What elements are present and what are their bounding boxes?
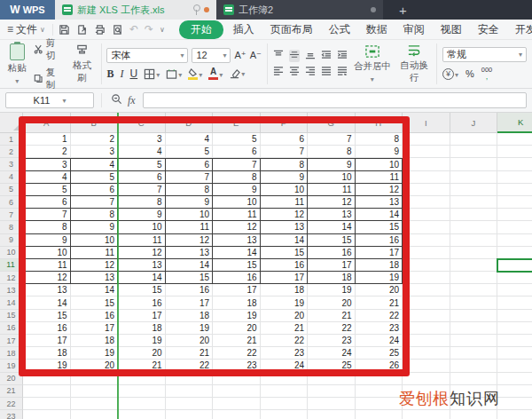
cell-I13[interactable] bbox=[403, 284, 450, 296]
name-box[interactable]: K11 ▾ bbox=[5, 92, 94, 108]
cell-B23[interactable] bbox=[71, 410, 119, 419]
font-name-select[interactable]: 宋体 ▾ bbox=[106, 48, 188, 63]
align-right-button[interactable] bbox=[305, 66, 316, 78]
cell-H21[interactable] bbox=[356, 385, 403, 398]
underline-button[interactable]: U bbox=[129, 67, 137, 80]
clear-format-button[interactable]: ▾ bbox=[229, 68, 245, 79]
cell-K5[interactable] bbox=[497, 184, 532, 196]
document-tab-1[interactable]: 新建 XLS 工作表.xls bbox=[55, 0, 216, 20]
cell-K6[interactable] bbox=[497, 196, 532, 209]
justify-button[interactable] bbox=[321, 66, 332, 78]
align-left-button[interactable] bbox=[273, 66, 284, 78]
borders-button[interactable]: ▾ bbox=[144, 68, 160, 80]
zoom-search-icon[interactable] bbox=[111, 93, 122, 107]
menu-tab-公式[interactable]: 公式 bbox=[323, 20, 356, 39]
cell-K13[interactable] bbox=[497, 284, 532, 296]
cell-G23[interactable] bbox=[308, 410, 356, 419]
cell-I1[interactable] bbox=[403, 133, 450, 146]
new-tab-button[interactable]: + bbox=[390, 0, 416, 20]
cell-I6[interactable] bbox=[403, 196, 450, 209]
cell-A23[interactable] bbox=[23, 410, 71, 419]
cell-F21[interactable] bbox=[261, 385, 309, 398]
cell-J6[interactable] bbox=[450, 196, 498, 209]
cell-H22[interactable] bbox=[356, 398, 403, 410]
cell-J10[interactable] bbox=[450, 247, 498, 259]
font-color-button[interactable]: A▾ bbox=[208, 67, 223, 80]
cell-J20[interactable] bbox=[450, 373, 498, 385]
row-header-22[interactable]: 22 bbox=[0, 398, 23, 410]
cell-K9[interactable] bbox=[497, 234, 532, 247]
cell-K17[interactable] bbox=[497, 335, 532, 347]
cell-K7[interactable] bbox=[497, 209, 532, 221]
cell-K1[interactable] bbox=[497, 133, 532, 146]
cell-I10[interactable] bbox=[403, 247, 450, 259]
cell-J12[interactable] bbox=[450, 272, 498, 284]
percent-button[interactable]: % bbox=[466, 68, 474, 79]
print-preview-button[interactable] bbox=[112, 24, 123, 36]
print-button[interactable] bbox=[94, 24, 106, 36]
cell-A21[interactable] bbox=[23, 385, 71, 398]
cell-G21[interactable] bbox=[308, 385, 356, 398]
undo-button[interactable]: ↶ bbox=[129, 24, 138, 35]
align-bottom-button[interactable] bbox=[305, 50, 316, 62]
cell-J11[interactable] bbox=[450, 259, 498, 272]
cut-button[interactable]: 剪切 bbox=[34, 37, 63, 62]
menu-tab-审阅[interactable]: 审阅 bbox=[397, 20, 431, 39]
cell-J2[interactable] bbox=[450, 146, 498, 158]
cell-I9[interactable] bbox=[403, 234, 450, 247]
cell-I18[interactable] bbox=[403, 347, 450, 360]
align-middle-button[interactable] bbox=[289, 50, 300, 62]
cell-K22[interactable] bbox=[497, 398, 532, 410]
cell-I4[interactable] bbox=[403, 171, 450, 184]
file-menu-button[interactable]: ≡ 文件 ∨ bbox=[5, 22, 47, 37]
column-header-I[interactable]: I bbox=[403, 113, 450, 133]
customize-toolbar-icon[interactable]: ∨ bbox=[160, 26, 165, 34]
cell-K23[interactable] bbox=[497, 410, 532, 419]
cell-D22[interactable] bbox=[166, 398, 214, 410]
cell-J8[interactable] bbox=[450, 221, 498, 233]
formula-input[interactable] bbox=[143, 92, 527, 108]
cell-B21[interactable] bbox=[71, 385, 119, 398]
cell-J19[interactable] bbox=[450, 360, 498, 372]
cell-F22[interactable] bbox=[261, 398, 309, 410]
cell-G22[interactable] bbox=[308, 398, 356, 410]
cell-I7[interactable] bbox=[403, 209, 450, 221]
increase-indent-button[interactable] bbox=[337, 50, 348, 62]
cell-C21[interactable] bbox=[118, 385, 166, 398]
cell-I20[interactable] bbox=[403, 373, 450, 385]
cell-I14[interactable] bbox=[403, 296, 450, 309]
column-header-K[interactable]: K bbox=[497, 113, 532, 133]
cell-J15[interactable] bbox=[450, 310, 498, 322]
format-painter-button[interactable]: 格式刷 bbox=[69, 43, 96, 85]
cell-I2[interactable] bbox=[403, 146, 450, 158]
cell-K19[interactable] bbox=[497, 360, 532, 372]
cell-J1[interactable] bbox=[450, 133, 498, 146]
cell-I19[interactable] bbox=[403, 360, 450, 372]
wps-logo[interactable]: W WPS bbox=[0, 0, 55, 20]
cell-K15[interactable] bbox=[497, 310, 532, 322]
menu-tab-数据[interactable]: 数据 bbox=[360, 20, 394, 39]
cell-D21[interactable] bbox=[166, 385, 214, 398]
row-header-23[interactable]: 23 bbox=[0, 410, 23, 419]
cell-E22[interactable] bbox=[213, 398, 261, 410]
cell-K8[interactable] bbox=[497, 221, 532, 233]
export-button[interactable] bbox=[76, 24, 88, 36]
cell-A22[interactable] bbox=[23, 398, 71, 410]
cell-I3[interactable] bbox=[403, 158, 450, 170]
cell-J4[interactable] bbox=[450, 171, 498, 184]
bold-button[interactable]: B bbox=[106, 67, 113, 81]
draw-border-button[interactable]: ▾ bbox=[166, 68, 182, 80]
cell-J23[interactable] bbox=[450, 410, 498, 419]
cell-I17[interactable] bbox=[403, 335, 450, 347]
cell-I5[interactable] bbox=[403, 184, 450, 196]
cell-D23[interactable] bbox=[166, 410, 214, 419]
increase-font-button[interactable]: A⁺ bbox=[234, 50, 246, 61]
document-tab-2[interactable]: 工作簿2 bbox=[216, 0, 383, 20]
font-size-select[interactable]: 12 ▾ bbox=[192, 48, 231, 63]
cell-J16[interactable] bbox=[450, 322, 498, 335]
save-button[interactable] bbox=[59, 24, 70, 36]
cell-K20[interactable] bbox=[497, 373, 532, 385]
cell-I8[interactable] bbox=[403, 221, 450, 233]
decrease-indent-button[interactable] bbox=[321, 50, 332, 62]
cell-C22[interactable] bbox=[118, 398, 166, 410]
